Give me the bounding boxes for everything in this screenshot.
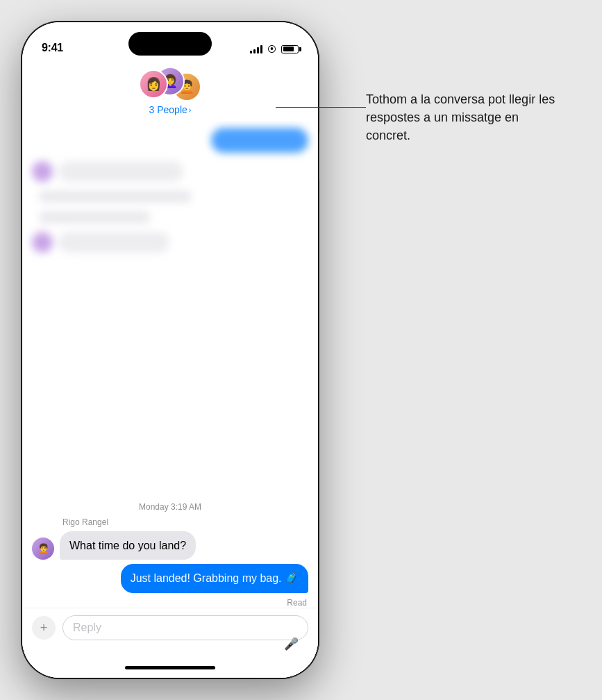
group-name-label: 3 People bbox=[149, 104, 187, 115]
message-row-incoming: 🧑‍🦱 What time do you land? bbox=[32, 531, 308, 560]
visible-messages: Monday 3:19 AM Rigo Rangel 🧑‍🦱 What time… bbox=[32, 494, 308, 608]
message-avatar: 🧑‍🦱 bbox=[32, 538, 54, 560]
side-button bbox=[319, 132, 319, 181]
home-bar bbox=[22, 657, 318, 678]
incoming-bubble[interactable]: What time do you land? bbox=[60, 531, 196, 560]
message-timestamp: Monday 3:19 AM bbox=[32, 502, 308, 512]
blur-text-2 bbox=[39, 211, 150, 224]
sender-name-label: Rigo Rangel bbox=[62, 517, 308, 527]
blurred-messages bbox=[22, 121, 318, 350]
read-receipt: Read bbox=[32, 598, 307, 608]
annotation: Tothom a la conversa pot llegir les resp… bbox=[366, 90, 560, 144]
blur-text-1 bbox=[39, 190, 192, 203]
signal-bars-icon bbox=[250, 45, 262, 53]
status-icons: ⦿ bbox=[250, 44, 299, 54]
messages-scroll: Monday 3:19 AM Rigo Rangel 🧑‍🦱 What time… bbox=[22, 121, 318, 608]
group-chevron-icon: › bbox=[189, 106, 192, 114]
blur-avatar-2 bbox=[32, 232, 53, 253]
blur-row-1 bbox=[32, 161, 308, 182]
blur-avatar-1 bbox=[32, 161, 53, 182]
blur-bubble-3 bbox=[58, 232, 169, 253]
status-time: 9:41 bbox=[42, 42, 63, 54]
mic-icon[interactable]: 🎤 bbox=[284, 637, 299, 651]
blur-bubble-1 bbox=[211, 128, 308, 153]
reply-placeholder: Reply bbox=[73, 622, 101, 634]
dynamic-island bbox=[128, 32, 212, 56]
home-indicator bbox=[125, 666, 215, 669]
avatar-1: 👩 bbox=[139, 69, 168, 99]
annotation-text: Tothom a la conversa pot llegir les resp… bbox=[366, 90, 560, 144]
annotation-line bbox=[276, 107, 366, 108]
chat-header: 👩 👩‍🦱 🧑‍🦱 3 People › bbox=[22, 60, 318, 121]
battery-icon bbox=[281, 45, 299, 53]
phone-frame: 9:41 ⦿ 👩 👩‍🦱 bbox=[21, 21, 319, 679]
message-row-outgoing: Just landed! Grabbing my bag. 🧳 bbox=[32, 564, 308, 593]
blur-bubble-2 bbox=[58, 161, 183, 182]
input-bar: + Reply 🎤 bbox=[22, 608, 318, 657]
phone-screen: 9:41 ⦿ 👩 👩‍🦱 bbox=[22, 22, 318, 678]
chat-area: 👩 👩‍🦱 🧑‍🦱 3 People › bbox=[22, 60, 318, 678]
plus-button[interactable]: + bbox=[32, 616, 56, 640]
plus-icon: + bbox=[40, 621, 48, 635]
group-name[interactable]: 3 People › bbox=[149, 104, 192, 115]
reply-input[interactable]: Reply bbox=[62, 615, 308, 640]
incoming-bubble-text: What time do you land? bbox=[69, 540, 186, 551]
outgoing-bubble-text: Just landed! Grabbing my bag. 🧳 bbox=[131, 572, 299, 584]
avatar-group[interactable]: 👩 👩‍🦱 🧑‍🦱 bbox=[139, 67, 201, 101]
outgoing-bubble[interactable]: Just landed! Grabbing my bag. 🧳 bbox=[121, 564, 308, 593]
wifi-icon: ⦿ bbox=[267, 44, 276, 54]
blur-row-2 bbox=[32, 232, 308, 253]
